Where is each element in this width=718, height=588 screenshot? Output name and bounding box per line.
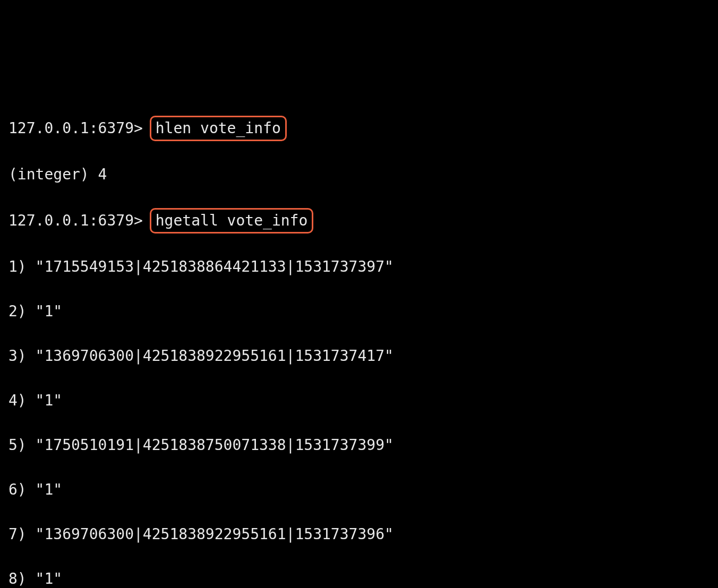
output-hlen: (integer) 4 <box>8 163 710 186</box>
prompt: 127.0.0.1:6379> <box>8 212 143 229</box>
output-line: 7) "1369706300|4251838922955161|15317373… <box>8 523 710 546</box>
command-highlight-hlen: hlen vote_info <box>150 116 287 141</box>
output-line: 5) "1750510191|4251838750071338|15317373… <box>8 434 710 456</box>
output-line: 1) "1715549153|4251838864421133|15317373… <box>8 256 710 278</box>
output-line: 6) "1" <box>8 479 710 501</box>
command-line-2: 127.0.0.1:6379> hgetall vote_info <box>8 208 710 234</box>
prompt: 127.0.0.1:6379> <box>8 119 143 137</box>
command-highlight-hgetall: hgetall vote_info <box>150 208 314 234</box>
command-line-1: 127.0.0.1:6379> hlen vote_info <box>8 116 710 141</box>
terminal-output: 127.0.0.1:6379> hlen vote_info (integer)… <box>8 93 710 588</box>
output-line: 4) "1" <box>8 390 710 412</box>
output-line: 2) "1" <box>8 300 710 323</box>
output-line: 8) "1" <box>8 568 710 588</box>
output-line: 3) "1369706300|4251838922955161|15317374… <box>8 345 710 367</box>
